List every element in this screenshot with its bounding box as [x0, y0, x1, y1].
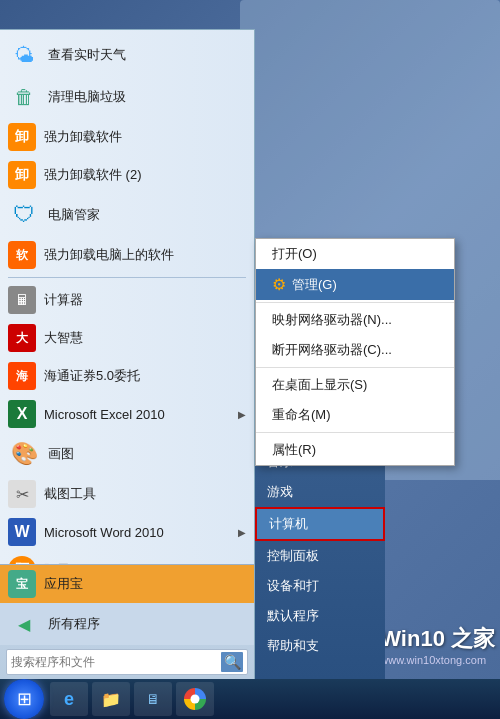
start-menu: 🌤 查看实时天气 🗑 清理电脑垃圾 卸 强力卸载软件 卸 强力卸载软件 (2) … — [0, 29, 255, 679]
uninstall2-label: 强力卸载软件 (2) — [44, 166, 142, 184]
haitong-icon: 海 — [8, 362, 36, 390]
start-button[interactable] — [4, 679, 44, 719]
menu-item-alibaba[interactable]: 阿 阿里旺旺2014 — [0, 551, 254, 564]
desktop: 🌤 查看实时天气 🗑 清理电脑垃圾 卸 强力卸载软件 卸 强力卸载软件 (2) … — [0, 0, 500, 719]
calculator-label: 计算器 — [44, 291, 83, 309]
calculator-icon: 🖩 — [8, 286, 36, 314]
menu-item-calculator[interactable]: 🖩 计算器 — [0, 281, 254, 319]
menu-item-pcmanager[interactable]: 🛡 电脑管家 — [0, 194, 254, 236]
dazhi-label: 大智慧 — [44, 329, 83, 347]
ie-icon: e — [64, 689, 74, 710]
context-menu: 打开(O) ⚙ 管理(G) 映射网络驱动器(N)... 断开网络驱动器(C)..… — [255, 238, 455, 466]
chrome-icon — [184, 688, 206, 710]
alibaba-icon: 阿 — [8, 556, 36, 564]
menu-item-paint[interactable]: 🎨 画图 — [0, 433, 254, 475]
yingyongbao-label: 应用宝 — [44, 575, 83, 593]
pcmanager-icon: 🛡 — [8, 199, 40, 231]
taskbar-chrome-button[interactable] — [176, 682, 214, 716]
excel-arrow: ▶ — [238, 409, 246, 420]
menu-item-uninstall2[interactable]: 卸 强力卸载软件 (2) — [0, 156, 254, 194]
context-disconnect[interactable]: 断开网络驱动器(C)... — [256, 335, 454, 365]
right-panel-control[interactable]: 控制面板 — [255, 541, 385, 571]
taskbar-windows-button[interactable]: 🖥 — [134, 682, 172, 716]
context-rename[interactable]: 重命名(M) — [256, 400, 454, 430]
menu-item-clean[interactable]: 🗑 清理电脑垃圾 — [0, 76, 254, 118]
haitong-label: 海通证券5.0委托 — [44, 367, 140, 385]
context-manage-label: 管理(G) — [292, 276, 337, 294]
right-panel-defaults[interactable]: 默认程序 — [255, 601, 385, 631]
forceremove-label: 强力卸载电脑上的软件 — [44, 246, 174, 264]
separator-1 — [8, 277, 246, 278]
forceremove-icon: 软 — [8, 241, 36, 269]
uninstall-icon: 卸 — [8, 123, 36, 151]
search-bar[interactable]: 🔍 — [6, 649, 248, 675]
clean-label: 清理电脑垃圾 — [48, 88, 126, 106]
context-open[interactable]: 打开(O) — [256, 239, 454, 269]
watermark-url: www.win10xtong.com — [380, 654, 495, 666]
context-manage[interactable]: ⚙ 管理(G) — [256, 269, 454, 300]
word-arrow: ▶ — [238, 527, 246, 538]
uninstall-label: 强力卸载软件 — [44, 128, 122, 146]
weather-icon: 🌤 — [8, 39, 40, 71]
menu-item-snipping[interactable]: ✂ 截图工具 — [0, 475, 254, 513]
menu-items-list: 🌤 查看实时天气 🗑 清理电脑垃圾 卸 强力卸载软件 卸 强力卸载软件 (2) … — [0, 30, 254, 564]
paint-icon: 🎨 — [8, 438, 40, 470]
taskbar-ie-button[interactable]: e — [50, 682, 88, 716]
menu-item-all-programs[interactable]: ◀ 所有程序 — [0, 603, 254, 645]
taskbar: e 📁 🖥 — [0, 679, 500, 719]
right-panel-devices[interactable]: 设备和打 — [255, 571, 385, 601]
excel-label: Microsoft Excel 2010 — [44, 407, 165, 422]
watermark-text-block: Win10 之家 www.win10xtong.com — [380, 624, 495, 666]
snipping-label: 截图工具 — [44, 485, 96, 503]
clean-icon: 🗑 — [8, 81, 40, 113]
word-icon: W — [8, 518, 36, 546]
search-input[interactable] — [11, 655, 221, 669]
context-map-drive[interactable]: 映射网络驱动器(N)... — [256, 305, 454, 335]
search-icon[interactable]: 🔍 — [221, 652, 243, 672]
menu-item-forceremove[interactable]: 软 强力卸载电脑上的软件 — [0, 236, 254, 274]
excel-icon: X — [8, 400, 36, 428]
weather-label: 查看实时天气 — [48, 46, 126, 64]
menu-item-uninstall[interactable]: 卸 强力卸载软件 — [0, 118, 254, 156]
context-properties[interactable]: 属性(R) — [256, 435, 454, 465]
dazhi-icon: 大 — [8, 324, 36, 352]
menu-item-weather[interactable]: 🌤 查看实时天气 — [0, 34, 254, 76]
right-panel-games[interactable]: 游戏 — [255, 477, 385, 507]
yingyongbao-icon: 宝 — [8, 570, 36, 598]
folder-icon: 📁 — [101, 690, 121, 709]
uninstall2-icon: 卸 — [8, 161, 36, 189]
menu-item-yingyongbao[interactable]: 宝 应用宝 — [0, 565, 254, 603]
pcmanager-label: 电脑管家 — [48, 206, 100, 224]
all-programs-icon: ◀ — [8, 608, 40, 640]
menu-item-haitong[interactable]: 海 海通证券5.0委托 — [0, 357, 254, 395]
context-sep2 — [256, 367, 454, 368]
menu-item-dazhi[interactable]: 大 大智慧 — [0, 319, 254, 357]
paint-label: 画图 — [48, 445, 74, 463]
menu-item-word[interactable]: W Microsoft Word 2010 ▶ — [0, 513, 254, 551]
all-programs-label: 所有程序 — [48, 615, 100, 633]
word-label: Microsoft Word 2010 — [44, 525, 164, 540]
windows-icon: 🖥 — [146, 691, 160, 707]
menu-bottom: 宝 应用宝 ◀ 所有程序 🔍 — [0, 564, 254, 679]
context-sep3 — [256, 432, 454, 433]
manage-icon: ⚙ — [272, 275, 286, 294]
watermark-title: Win10 之家 — [380, 624, 495, 654]
context-sep1 — [256, 302, 454, 303]
taskbar-folder-button[interactable]: 📁 — [92, 682, 130, 716]
right-panel-computer[interactable]: 计算机 — [255, 507, 385, 541]
context-show-desktop[interactable]: 在桌面上显示(S) — [256, 370, 454, 400]
menu-item-excel[interactable]: X Microsoft Excel 2010 ▶ — [0, 395, 254, 433]
snipping-icon: ✂ — [8, 480, 36, 508]
right-panel-help[interactable]: 帮助和支 — [255, 631, 385, 661]
